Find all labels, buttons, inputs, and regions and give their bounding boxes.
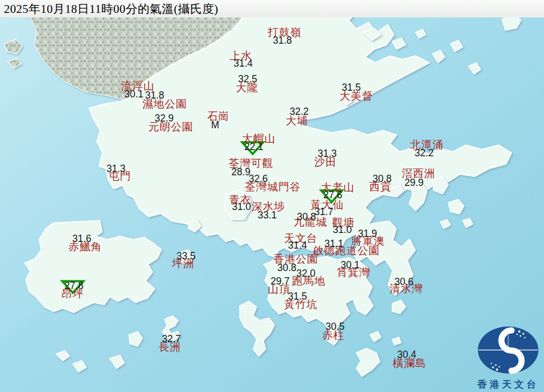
- station-temperature-value: M: [211, 120, 220, 130]
- station-temperature-value: 29.7: [271, 277, 290, 287]
- station-temperature-value: 30.8: [297, 212, 316, 222]
- station-temperature-value: 30.4: [397, 350, 416, 360]
- station-temperature-value: 31.9: [358, 229, 377, 239]
- station-temperature-value: 33.5: [176, 251, 196, 262]
- station-temperature-value: 31.4: [288, 241, 307, 251]
- hko-logo-emblem: [476, 326, 541, 375]
- station-temperature-value: 32.2: [415, 148, 434, 158]
- station-temperature-value: 31.4: [234, 59, 253, 69]
- hko-logo: 香港天文台 HONG KONG OBSERVATORY: [473, 326, 543, 392]
- station-temperature-value: 31.6: [72, 234, 91, 244]
- station-temperature-value: 32.5: [238, 74, 257, 85]
- station-temperature-value: 28.9: [231, 167, 250, 178]
- station-temperature-value: 32.9: [155, 114, 174, 124]
- station-temperature-value: 31.5: [342, 83, 361, 93]
- station-temperature-value: 32.0: [296, 269, 315, 279]
- title-bar: 2025年10月18日11時00分的氣溫(攝氏度): [0, 0, 544, 17]
- station-temperature-value: 32.7: [162, 334, 181, 344]
- station-temperature-value: 31.8: [145, 91, 164, 101]
- station-temperature-value: 32.2: [290, 107, 309, 117]
- station-temperature-value: 30.6: [394, 277, 413, 287]
- station-temperature-value: 30.1: [124, 90, 143, 100]
- temperature-map-page: 打鼓嶺31.8上水31.4大隴32.5流浮山30.1濕地公園31.8元朗公園32…: [0, 0, 544, 392]
- station-temperature-value: 31.7: [314, 207, 333, 217]
- station-temperature-value: 31.3: [318, 149, 337, 159]
- page-title: 2025年10月18日11時00分的氣溫(攝氏度): [4, 1, 218, 17]
- station-temperature-value: 31.0: [232, 202, 251, 212]
- station-temperature-value: 31.0: [333, 225, 352, 235]
- station-temperature-value: 32.6: [249, 174, 268, 184]
- station-temperature-value: 31.5: [288, 292, 307, 302]
- station-temperature-value: 31.1: [324, 239, 343, 249]
- station-temperature-value: 29.9: [404, 178, 424, 188]
- hong-kong-map: [0, 0, 544, 392]
- station-name: 啟德跑道公園: [313, 245, 380, 256]
- station-temperature-value: 31.8: [273, 36, 292, 46]
- station-temperature-value: 31.3: [106, 164, 125, 174]
- station-temperature-value: 30.1: [341, 260, 360, 270]
- station-temperature-value: 22.1: [244, 142, 263, 152]
- station-temperature-value: 30.8: [373, 174, 392, 184]
- station-temperature-value: 27.6: [323, 190, 342, 200]
- station-temperature-value: 33.1: [258, 211, 277, 221]
- station-temperature-value: 30.5: [326, 322, 345, 332]
- hko-logo-chinese-name: 香港天文台: [473, 378, 543, 391]
- station-temperature-value: 27.8: [64, 281, 83, 291]
- station-temperature-value: 30.8: [277, 263, 296, 273]
